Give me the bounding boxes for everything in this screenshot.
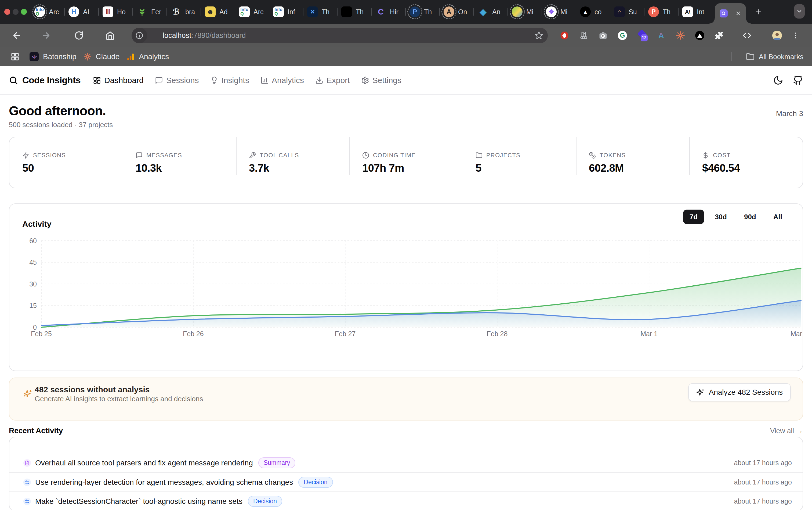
range-30d[interactable]: 30d: [709, 209, 733, 224]
new-tab-button[interactable]: [755, 8, 762, 16]
back-icon[interactable]: [12, 31, 22, 40]
bookmark-claude[interactable]: Claude: [84, 52, 120, 61]
browser-tab-10[interactable]: Th: [337, 0, 372, 24]
arrowslr-row-icon: [23, 479, 31, 486]
tab-title: co: [595, 8, 601, 16]
page-subtitle: 500 sessions loaded · 37 projects: [9, 121, 803, 128]
view-all-link[interactable]: View all→: [770, 427, 803, 435]
home-icon[interactable]: [105, 31, 115, 40]
x-navy-favicon: ×: [307, 6, 318, 17]
purple-badge-extension-icon[interactable]: 12: [637, 31, 646, 40]
analytics-icon: [261, 76, 269, 84]
arc-gradient-icon[interactable]: A: [656, 31, 666, 40]
range-90d[interactable]: 90d: [738, 209, 762, 224]
claude-burst-icon: [84, 53, 92, 61]
nav-item-sessions[interactable]: Sessions: [155, 76, 199, 85]
site-info-icon[interactable]: [131, 28, 147, 43]
vercel-favicon: ▲: [580, 6, 591, 17]
tab-strip-tabs: InfoQArcHAIⅢHoFerℬbra☻AdInfoQArcInfoQInf…: [31, 0, 713, 24]
vercel-extension-icon[interactable]: [695, 31, 704, 40]
bookmark-analytics[interactable]: Analytics: [126, 52, 169, 61]
dark-mode-toggle[interactable]: [773, 75, 783, 85]
nav-item-insights[interactable]: Insights: [210, 76, 249, 85]
github-icon[interactable]: [793, 75, 803, 85]
recent-activity-row[interactable]: Make `detectSessionCharacter` tool-agnos…: [9, 491, 803, 510]
browser-tab-7[interactable]: InfoQArc: [235, 0, 269, 24]
tab-title: Ho: [117, 8, 126, 16]
browser-tab-9[interactable]: ×Th: [303, 0, 337, 24]
range-7d[interactable]: 7d: [683, 209, 704, 224]
adblock-icon[interactable]: [560, 31, 569, 40]
tab-title: Arc: [49, 8, 59, 16]
traffic-light-minimize[interactable]: [12, 9, 19, 15]
browser-tab-14[interactable]: ◆An: [474, 0, 508, 24]
menu-dots-icon[interactable]: [790, 31, 800, 40]
analyze-sessions-button[interactable]: Analyze 482 Sessions: [688, 383, 791, 401]
bookmark-star-icon[interactable]: [534, 31, 543, 40]
toolbar-divider-1: [728, 31, 738, 40]
app-brand[interactable]: Code Insights: [9, 75, 81, 85]
batonship-icon: <|>: [30, 52, 39, 61]
forward-icon[interactable]: [41, 31, 51, 40]
browser-tab-4[interactable]: Fer: [133, 0, 167, 24]
browser-tab-11[interactable]: CHir: [372, 0, 406, 24]
range-all[interactable]: All: [767, 209, 789, 224]
browser-tab-18[interactable]: ⌂Su: [610, 0, 644, 24]
clock-icon: [362, 152, 369, 159]
sparkles-icon: [23, 389, 32, 398]
stat-value: 602.8M: [589, 162, 689, 174]
nav-item-dashboard[interactable]: Dashboard: [93, 76, 144, 85]
browser-tab-20[interactable]: A\Int: [679, 0, 713, 24]
page-greeting: Good afternoon.: [9, 105, 803, 117]
stat-value: $460.54: [702, 162, 803, 174]
password-keys-icon[interactable]: [579, 31, 589, 40]
tab-title: Inf: [288, 8, 295, 16]
stat-value: 5: [476, 162, 576, 174]
browser-tab-5[interactable]: ℬbra: [167, 0, 201, 24]
browser-window: InfoQArcHAIⅢHoFerℬbra☻AdInfoQArcInfoQInf…: [0, 0, 812, 510]
row-timestamp: about 17 hours ago: [734, 459, 792, 467]
nav-item-export[interactable]: Export: [315, 76, 350, 85]
nav-item-settings[interactable]: Settings: [361, 76, 401, 85]
all-bookmarks[interactable]: All Bookmarks: [731, 52, 804, 61]
claude-starburst-icon[interactable]: [675, 31, 685, 40]
traffic-light-zoom[interactable]: [21, 9, 27, 15]
url-bar[interactable]: localhost:7890/dashboard: [131, 28, 548, 43]
svg-text:Mar: Mar: [790, 330, 802, 338]
code-insights-favicon: [720, 9, 728, 18]
browser-tab-3[interactable]: ⅢHo: [99, 0, 133, 24]
browser-tab-2[interactable]: HAI: [65, 0, 99, 24]
reload-icon[interactable]: [74, 31, 84, 40]
tab-search-chevron[interactable]: [794, 4, 805, 19]
recent-activity-card: Overhaul all source tool parsers and fix…: [9, 437, 803, 510]
camera-icon[interactable]: [598, 31, 608, 40]
p-coral-favicon: P: [648, 6, 659, 17]
browser-tab-17[interactable]: ▲co: [576, 0, 610, 24]
bookmark-batonship[interactable]: <|>Batonship: [30, 52, 77, 61]
browser-tab-8[interactable]: InfoQInf: [269, 0, 303, 24]
recent-activity-row[interactable]: Use rendering-layer detection for agent …: [9, 472, 803, 491]
traffic-light-close[interactable]: [4, 9, 10, 15]
browser-tab-12[interactable]: PTh: [406, 0, 440, 24]
recent-activity-row[interactable]: Overhaul all source tool parsers and fix…: [9, 453, 803, 472]
browser-tab-19[interactable]: PTh: [644, 0, 679, 24]
url-text: localhost:7890/dashboard: [163, 31, 246, 40]
profile-avatar[interactable]: [772, 31, 782, 40]
browser-tab-13[interactable]: AOn: [440, 0, 474, 24]
anthropic-favicon: A\: [682, 6, 693, 17]
grammarly-icon[interactable]: G: [618, 31, 627, 40]
browser-tab-6[interactable]: ☻Ad: [201, 0, 235, 24]
multicolor-favicon: [512, 6, 522, 17]
browser-tab-16[interactable]: ❖Mi: [542, 0, 576, 24]
stat-value: 10.3k: [136, 162, 236, 174]
nav-item-analytics[interactable]: Analytics: [261, 76, 304, 85]
extensions-puzzle-icon[interactable]: [714, 31, 724, 40]
close-tab-icon[interactable]: [735, 10, 741, 17]
devtools-code-icon[interactable]: [742, 31, 752, 40]
apps-grid-icon[interactable]: [11, 52, 19, 61]
browser-tab-1[interactable]: InfoQArc: [31, 0, 65, 24]
active-tab[interactable]: [715, 3, 746, 24]
browser-tab-15[interactable]: Mi: [508, 0, 542, 24]
folder-icon: [746, 52, 755, 61]
stats-card: SESSIONS50MESSAGES10.3kTOOL CALLS3.7kCOD…: [9, 137, 803, 188]
